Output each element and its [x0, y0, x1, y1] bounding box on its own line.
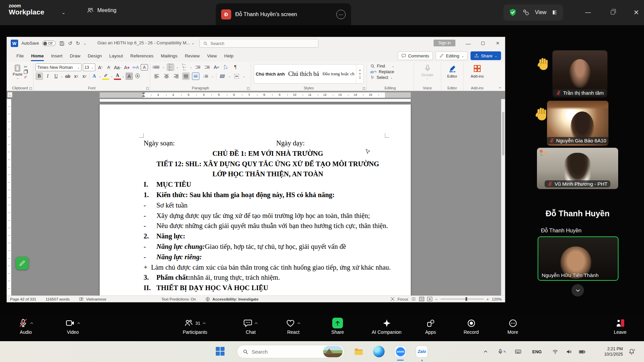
- word-minimize-button[interactable]: —: [461, 37, 476, 50]
- align-center-button[interactable]: [163, 73, 170, 80]
- line-spacing-button[interactable]: ↕: [202, 73, 209, 80]
- tab-review[interactable]: Review: [181, 50, 203, 62]
- editor-button[interactable]: Editor: [447, 74, 457, 78]
- phonetic-guide-button[interactable]: abcA: [132, 64, 139, 71]
- sort-button[interactable]: AZ↓: [222, 63, 230, 71]
- tab-layout[interactable]: Layout: [106, 50, 127, 62]
- cut-icon[interactable]: ✂: [24, 64, 27, 69]
- justify-button[interactable]: [182, 73, 190, 80]
- dictate-mic-icon[interactable]: [424, 64, 432, 72]
- leave-button[interactable]: Leave: [600, 317, 640, 335]
- italic-button[interactable]: I: [44, 73, 51, 80]
- hanging-indent-marker[interactable]: [142, 95, 145, 97]
- participants-caret-icon[interactable]: [202, 321, 206, 325]
- document-text[interactable]: Ngày soạn:Ngày dạy: CHỦ ĐỀ 1: EM VỚI NHÀ…: [144, 138, 392, 293]
- autosave-toggle[interactable]: Off: [42, 41, 56, 46]
- tray-notifications-bell-icon[interactable]: z: [628, 341, 635, 362]
- highlight-button[interactable]: ✐: [102, 73, 109, 80]
- style-chip-2[interactable]: Chú thích bả: [288, 71, 319, 78]
- character-border-button[interactable]: A: [141, 64, 148, 71]
- video-options-caret-icon[interactable]: [77, 321, 81, 325]
- window-minimize-button[interactable]: —: [581, 6, 595, 19]
- chat-caret-icon[interactable]: [254, 321, 258, 325]
- focus-button[interactable]: Focus: [398, 297, 408, 301]
- word-logo-icon[interactable]: W: [11, 40, 18, 47]
- word-search-input[interactable]: [210, 41, 315, 46]
- underline-button[interactable]: U: [52, 73, 60, 80]
- participants-button[interactable]: 31 Participants: [175, 317, 215, 335]
- view-button[interactable]: View: [535, 9, 546, 15]
- zoom-in-button[interactable]: +: [487, 297, 489, 301]
- tab-home[interactable]: Home: [28, 50, 48, 62]
- file-explorer-icon[interactable]: [353, 346, 364, 357]
- redo-icon[interactable]: ↻: [76, 40, 80, 46]
- tab-view[interactable]: View: [203, 50, 220, 62]
- shading-button[interactable]: [219, 73, 226, 80]
- word-search-box[interactable]: [199, 39, 318, 48]
- taskbar-search-box[interactable]: [237, 345, 344, 358]
- apps-button[interactable]: Apps: [410, 317, 451, 335]
- font-color-button[interactable]: A: [114, 73, 121, 80]
- subscript-button[interactable]: x2: [72, 73, 80, 80]
- horizontal-ruler[interactable]: 1 2 3 4 5 6 7 8 9 10 11 12 13 14 15: [100, 92, 411, 98]
- format-painter-icon[interactable]: ✐: [24, 75, 27, 80]
- text-effects-chevron-icon[interactable]: ⌄: [99, 75, 101, 78]
- tab-shared-screen[interactable]: Đ Đỗ Thanh Huyền's screen ⋯: [216, 3, 351, 25]
- increase-indent-button[interactable]: [203, 63, 211, 71]
- scrollbar-thumb[interactable]: [502, 112, 504, 155]
- save-icon[interactable]: [59, 41, 65, 46]
- workspace-chevron-down-icon[interactable]: ⌄: [61, 9, 66, 15]
- zoom-percent[interactable]: 120%: [492, 297, 502, 301]
- vertical-scrollbar[interactable]: [501, 99, 505, 296]
- page-indicator[interactable]: Page 42 of 331: [10, 297, 36, 301]
- dictate-button[interactable]: Dictate: [422, 73, 434, 77]
- comments-button[interactable]: Comments: [398, 51, 433, 60]
- styles-gallery-arrows[interactable]: ▴▾▾: [356, 64, 363, 83]
- share-screen-button[interactable]: Share: [317, 317, 358, 335]
- replace-button[interactable]: ab↷ Replace: [370, 70, 410, 74]
- window-close-button[interactable]: ✕: [630, 6, 643, 19]
- tab-more-options-icon[interactable]: ⋯: [336, 10, 346, 19]
- select-button[interactable]: Select ⌄: [370, 75, 410, 80]
- align-right-button[interactable]: [172, 73, 180, 80]
- clipboard-dialog-launcher-icon[interactable]: [30, 87, 32, 90]
- participant-video-1[interactable]: Trần thị thanh tâm: [552, 50, 607, 98]
- borders-button[interactable]: [233, 73, 240, 80]
- collapse-ribbon-chevron-icon[interactable]: ⌄: [498, 84, 502, 89]
- word-count[interactable]: 116507 words: [46, 297, 69, 301]
- tab-help[interactable]: Help: [220, 50, 237, 62]
- tab-design[interactable]: Design: [84, 50, 106, 62]
- styles-dialog-launcher-icon[interactable]: [363, 87, 365, 90]
- video-button[interactable]: Video: [53, 317, 93, 335]
- accessibility-icon[interactable]: [205, 297, 210, 302]
- chat-button[interactable]: Chat: [231, 317, 271, 335]
- word-close-button[interactable]: ×: [490, 37, 505, 50]
- tab-mailings[interactable]: Mailings: [157, 50, 181, 62]
- participant-video-3[interactable]: Vũ Minh Phương - PHT: [537, 148, 618, 189]
- proofing-icon[interactable]: [79, 297, 84, 302]
- styles-up-icon[interactable]: ▴: [359, 69, 360, 72]
- font-name-select[interactable]: Times New Roman⌄: [36, 63, 82, 71]
- editing-mode-button[interactable]: Editing ⌄: [436, 51, 468, 60]
- tab-draw[interactable]: Draw: [66, 50, 84, 62]
- text-effects-button[interactable]: A: [91, 73, 98, 80]
- zoom-app-icon[interactable]: zoom: [395, 346, 406, 357]
- record-button[interactable]: Record: [451, 317, 491, 335]
- tab-meeting[interactable]: Meeting: [87, 7, 116, 14]
- quick-access-chevron-icon[interactable]: ⌄: [83, 41, 86, 46]
- language-indicator[interactable]: Vietnamese: [86, 297, 106, 301]
- document-title[interactable]: Giao an HĐTN lop 6_25 - 26 - Compatibili…: [97, 40, 195, 45]
- audio-options-caret-icon[interactable]: [30, 321, 34, 325]
- text-predictions[interactable]: Text Predictions: On: [161, 297, 196, 301]
- gallery-layout-icon[interactable]: [522, 9, 530, 16]
- font-dialog-launcher-icon[interactable]: [146, 87, 149, 90]
- style-chip-1[interactable]: Chú thích ảnh: [256, 72, 285, 77]
- asian-layout-button[interactable]: A⇄: [213, 63, 220, 71]
- bullets-button[interactable]: [153, 63, 160, 71]
- tray-language-indicator[interactable]: ENG: [532, 341, 542, 362]
- document-page[interactable]: Ngày soạn:Ngày dạy: CHỦ ĐỀ 1: EM VỚI NHÀ…: [100, 104, 411, 296]
- tray-wifi-icon[interactable]: [552, 341, 558, 362]
- participant-video-2[interactable]: Nguyễn Gia Bảo 6A10: [547, 101, 608, 146]
- shrink-font-button[interactable]: Aˇ: [105, 64, 113, 71]
- addins-button[interactable]: Add-ins: [471, 74, 484, 78]
